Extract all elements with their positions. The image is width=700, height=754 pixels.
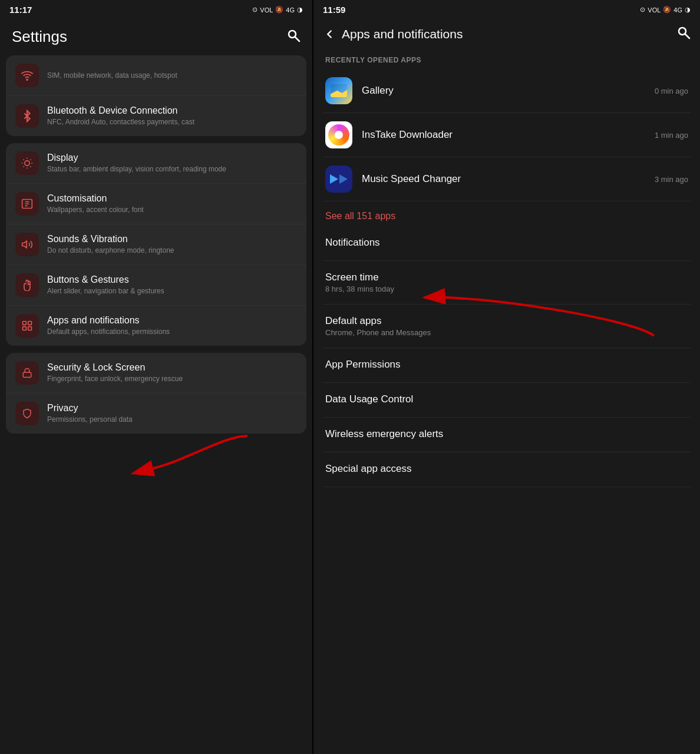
buttons-subtitle: Alert slider, navigation bar & gestures: [47, 286, 164, 296]
specialaccess-title: Special app access: [325, 463, 688, 475]
customisation-subtitle: Wallpapers, accent colour, font: [47, 205, 144, 215]
wirelessalerts-title: Wireless emergency alerts: [325, 428, 688, 440]
instake-icon-inner: [328, 124, 349, 145]
privacy-subtitle: Permissions, personal data: [47, 415, 133, 425]
apps-subtitle: Default apps, notifications, permissions: [47, 327, 170, 337]
screentime-title: Screen time: [325, 272, 688, 283]
menu-item-apppermissions[interactable]: App Permissions: [323, 348, 691, 383]
settings-item-bluetooth[interactable]: Bluetooth & Device Connection NFC, Andro…: [6, 96, 306, 136]
apppermissions-title: App Permissions: [325, 359, 688, 371]
back-button[interactable]: Apps and notifications: [323, 27, 463, 41]
mute-icon: 🔕: [275, 6, 283, 14]
settings-item-privacy[interactable]: Privacy Permissions, personal data: [6, 393, 306, 434]
display-icon: [15, 151, 39, 175]
music-app-icon: [325, 166, 352, 193]
settings-item-display[interactable]: Display Status bar, ambient display, vis…: [6, 143, 306, 184]
svg-line-10: [24, 166, 24, 167]
sounds-text: Sounds & Vibration Do not disturb, earph…: [47, 234, 174, 256]
svg-marker-13: [22, 241, 27, 248]
see-all-button[interactable]: See all 151 apps: [323, 201, 691, 226]
location-icon: ⊙: [252, 6, 257, 14]
right-nav-header: Apps and notifications: [313, 17, 700, 50]
privacy-text: Privacy Permissions, personal data: [47, 403, 133, 425]
defaultapps-subtitle: Chrome, Phone and Messages: [325, 328, 688, 337]
notifications-title: Notifications: [325, 237, 688, 249]
r-vol-icon: VOL: [648, 6, 661, 14]
app-item-music[interactable]: Music Speed Changer 3 min ago: [323, 157, 691, 201]
screentime-subtitle: 8 hrs, 38 mins today: [325, 285, 688, 293]
app-item-instake[interactable]: InsTake Downloader 1 min ago: [323, 113, 691, 157]
privacy-title: Privacy: [47, 403, 133, 414]
instake-app-name: InsTake Downloader: [362, 129, 655, 141]
right-status-bar: 11:59 ⊙ VOL 🔕 4G ◑: [313, 0, 700, 17]
music-app-time: 3 min ago: [655, 175, 688, 184]
menu-item-defaultapps[interactable]: Default apps Chrome, Phone and Messages: [323, 305, 691, 348]
menu-item-wirelessalerts[interactable]: Wireless emergency alerts: [323, 418, 691, 452]
vol-icon: VOL: [260, 6, 273, 14]
svg-line-21: [685, 34, 689, 38]
settings-item-security[interactable]: Security & Lock Screen Fingerprint, face…: [6, 353, 306, 393]
svg-point-3: [25, 161, 29, 166]
app-item-gallery[interactable]: Gallery 0 min ago: [323, 69, 691, 113]
apps-text: Apps and notifications Default apps, not…: [47, 315, 170, 337]
settings-item-customisation[interactable]: Customisation Wallpapers, accent colour,…: [6, 184, 306, 224]
instake-app-icon: [325, 121, 352, 148]
svg-line-7: [30, 166, 31, 167]
svg-rect-16: [23, 327, 27, 330]
buttons-title: Buttons & Gestures: [47, 275, 164, 285]
battery-icon: ◑: [297, 6, 303, 14]
music-icon-inner: [330, 174, 348, 184]
svg-rect-17: [28, 327, 32, 330]
network-text: SIM, mobile network, data usage, hotspot: [47, 71, 177, 81]
customisation-text: Customisation Wallpapers, accent colour,…: [47, 193, 144, 215]
recently-opened-label: RECENTLY OPENED APPS: [323, 50, 691, 69]
right-time: 11:59: [323, 5, 345, 15]
security-group: Security & Lock Screen Fingerprint, face…: [6, 353, 306, 434]
right-page-title: Apps and notifications: [342, 27, 463, 41]
instake-app-time: 1 min ago: [655, 131, 688, 140]
gallery-app-time: 0 min ago: [655, 87, 688, 95]
menu-item-datausage[interactable]: Data Usage Control: [323, 383, 691, 418]
apps-icon: [15, 314, 39, 338]
settings-item-apps[interactable]: Apps and notifications Default apps, not…: [6, 306, 306, 346]
left-status-bar: 11:17 ⊙ VOL 🔕 4G ◑: [0, 0, 312, 17]
right-status-icons: ⊙ VOL 🔕 4G ◑: [640, 6, 691, 14]
volume-icon: [15, 233, 39, 256]
sounds-subtitle: Do not disturb, earphone mode, ringtone: [47, 246, 174, 256]
music-app-name: Music Speed Changer: [362, 173, 655, 185]
bluetooth-text: Bluetooth & Device Connection NFC, Andro…: [47, 105, 194, 127]
privacy-icon: [15, 402, 39, 425]
network-group: SIM, mobile network, data usage, hotspot…: [6, 55, 306, 136]
menu-item-specialaccess[interactable]: Special app access: [323, 452, 691, 487]
svg-line-1: [295, 37, 299, 41]
datausage-title: Data Usage Control: [325, 393, 688, 405]
menu-item-notifications[interactable]: Notifications: [323, 226, 691, 261]
menu-item-screentime[interactable]: Screen time 8 hrs, 38 mins today: [323, 261, 691, 305]
gallery-app-name: Gallery: [362, 85, 655, 97]
sounds-title: Sounds & Vibration: [47, 234, 174, 244]
settings-item-buttons[interactable]: Buttons & Gestures Alert slider, navigat…: [6, 265, 306, 306]
right-search-button[interactable]: [676, 25, 691, 43]
buttons-text: Buttons & Gestures Alert slider, navigat…: [47, 275, 164, 296]
lock-icon: [15, 361, 39, 385]
customise-icon: [15, 192, 39, 216]
display-group: Display Status bar, ambient display, vis…: [6, 143, 306, 346]
left-status-icons: ⊙ VOL 🔕 4G ◑: [252, 6, 303, 14]
settings-item-sounds[interactable]: Sounds & Vibration Do not disturb, earph…: [6, 224, 306, 265]
bluetooth-icon: [15, 104, 39, 128]
defaultapps-title: Default apps: [325, 315, 688, 327]
gallery-icon-inner: [331, 84, 347, 97]
bluetooth-title: Bluetooth & Device Connection: [47, 105, 194, 116]
network-subtitle: SIM, mobile network, data usage, hotspot: [47, 71, 177, 81]
left-page-title: Settings: [12, 28, 67, 46]
customisation-title: Customisation: [47, 193, 144, 204]
apps-title: Apps and notifications: [47, 315, 170, 326]
wifi-icon: [15, 64, 39, 87]
display-subtitle: Status bar, ambient display, vision comf…: [47, 164, 226, 174]
right-content: RECENTLY OPENED APPS Gallery 0 min ago I…: [313, 50, 700, 754]
settings-item-network[interactable]: SIM, mobile network, data usage, hotspot: [6, 55, 306, 96]
svg-line-11: [30, 160, 31, 160]
left-search-button[interactable]: [286, 28, 301, 46]
r-network-icon: 4G: [673, 6, 682, 14]
display-title: Display: [47, 153, 226, 163]
